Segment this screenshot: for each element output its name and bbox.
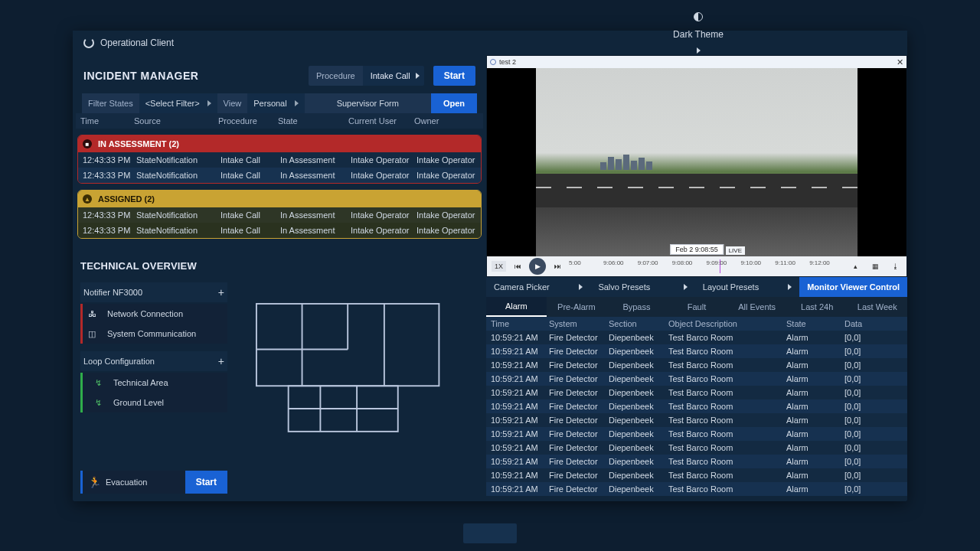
event-row[interactable]: 10:59:21 AMFire DetectorDiepenbeekTest B… xyxy=(486,455,907,468)
group-state-icon: ▲ xyxy=(83,194,92,204)
running-man-icon: 🏃 xyxy=(83,476,106,488)
event-row[interactable]: 10:59:21 AMFire DetectorDiepenbeekTest B… xyxy=(486,482,907,496)
incident-row[interactable]: 12:43:33 PMStateNotificationIntake CallI… xyxy=(78,152,481,168)
group-state-icon: ■ xyxy=(83,139,92,148)
technical-overview: TECHNICAL OVERVIEW Notifier NF3000+ 🖧Net… xyxy=(73,260,486,501)
video-window: test 2 ✕ Feb 2 9:08:55 LIVE 1X ⏮ xyxy=(486,55,907,277)
incident-table: TimeSourceProcedureStateCurrent UserOwne… xyxy=(76,113,483,239)
event-tab[interactable]: Fault xyxy=(667,297,727,317)
floorplan[interactable] xyxy=(235,260,479,494)
salvo-presets[interactable]: Salvo Presets xyxy=(590,282,694,292)
caret-right-icon xyxy=(416,73,420,79)
incident-group: ▲ASSIGNED (2)12:43:33 PMStateNotificatio… xyxy=(77,190,482,239)
zone-icon: ↯ xyxy=(90,398,106,408)
event-table: TimeSystemSectionObject DescriptionState… xyxy=(486,317,907,501)
viewer-toolbar: Camera Picker Salvo Presets Layout Prese… xyxy=(486,277,907,297)
evacuation-start-button[interactable]: Start xyxy=(185,471,227,494)
theme-icon[interactable] xyxy=(694,12,703,21)
event-row[interactable]: 10:59:21 AMFire DetectorDiepenbeekTest B… xyxy=(486,441,907,455)
event-row[interactable]: 10:59:21 AMFire DetectorDiepenbeekTest B… xyxy=(486,358,907,372)
zone-icon: ↯ xyxy=(90,378,106,388)
plus-icon: + xyxy=(218,355,224,367)
status-icon: 🖧 xyxy=(84,309,100,318)
panel-notifier[interactable]: Notifier NF3000+ xyxy=(80,282,227,302)
caret-right-icon xyxy=(788,284,792,290)
theme-label[interactable]: Dark Theme xyxy=(673,29,724,40)
evacuation-row: 🏃 Evacuation Start xyxy=(80,471,227,494)
dock-handle[interactable] xyxy=(463,523,517,543)
tech-item[interactable]: ↯Ground Level xyxy=(80,393,227,412)
event-row[interactable]: 10:59:21 AMFire DetectorDiepenbeekTest B… xyxy=(486,427,907,441)
incident-row[interactable]: 12:43:33 PMStateNotificationIntake CallI… xyxy=(78,207,481,223)
event-tab[interactable]: Pre-Alarm xyxy=(547,297,607,317)
calendar-icon[interactable]: ▦ xyxy=(868,259,882,273)
app-logo-icon xyxy=(83,37,94,48)
video-close-button[interactable]: ✕ xyxy=(897,57,903,67)
group-header[interactable]: ■IN ASSESSMENT (2) xyxy=(78,135,481,152)
skip-back-button[interactable]: ⏮ xyxy=(511,259,524,273)
main-window: Operational Client Dark Theme ─ ▢ ✕ INCI… xyxy=(73,31,907,501)
play-button[interactable]: ▶ xyxy=(529,258,546,275)
caret-right-icon xyxy=(579,284,583,290)
incident-row[interactable]: 12:43:33 PMStateNotificationIntake CallI… xyxy=(78,223,481,238)
incident-row[interactable]: 12:43:33 PMStateNotificationIntake CallI… xyxy=(78,168,481,183)
incident-group: ■IN ASSESSMENT (2)12:43:33 PMStateNotifi… xyxy=(77,135,482,184)
video-frame[interactable]: Feb 2 9:08:55 LIVE xyxy=(536,68,858,256)
plus-icon: + xyxy=(218,286,224,298)
video-timeline[interactable]: 5:009:06:009:07:009:08:009:09:009:10:009… xyxy=(569,259,844,273)
event-row[interactable]: 10:59:21 AMFire DetectorDiepenbeekTest B… xyxy=(486,386,907,399)
event-row[interactable]: 10:59:21 AMFire DetectorDiepenbeekTest B… xyxy=(486,344,907,358)
start-button[interactable]: Start xyxy=(433,66,475,86)
playback-speed[interactable]: 1X xyxy=(492,261,506,272)
incident-toolbar: Filter States <Select Filter> View Perso… xyxy=(76,93,483,113)
caret-right-icon xyxy=(207,100,211,106)
event-tabs: AlarmPre-AlarmBypassFaultAll EventsLast … xyxy=(486,297,907,317)
skip-fwd-button[interactable]: ⏭ xyxy=(550,259,564,273)
event-tab[interactable]: Last Week xyxy=(847,297,907,317)
caret-right-icon xyxy=(684,284,688,290)
video-timestamp: Feb 2 9:08:55 xyxy=(670,244,724,255)
app-title: Operational Client xyxy=(100,37,174,48)
tech-item[interactable]: ↯Technical Area xyxy=(80,373,227,393)
incident-panel: INCIDENT MANAGER Procedure Intake Call S… xyxy=(73,55,486,501)
event-row[interactable]: 10:59:21 AMFire DetectorDiepenbeekTest B… xyxy=(486,331,907,344)
event-row[interactable]: 10:59:21 AMFire DetectorDiepenbeekTest B… xyxy=(486,413,907,427)
event-tab[interactable]: All Events xyxy=(727,297,787,317)
tech-heading: TECHNICAL OVERVIEW xyxy=(80,260,227,272)
event-tab[interactable]: Bypass xyxy=(606,297,667,317)
camera-picker[interactable]: Camera Picker xyxy=(486,282,590,292)
layout-presets[interactable]: Layout Presets xyxy=(695,282,799,292)
caret-right-icon xyxy=(697,47,701,54)
view-select[interactable]: Personal xyxy=(247,93,304,113)
open-button[interactable]: Open xyxy=(431,93,477,113)
status-icon: ◫ xyxy=(84,329,100,339)
group-header[interactable]: ▲ASSIGNED (2) xyxy=(78,191,481,207)
live-badge: LIVE xyxy=(726,246,745,255)
event-row[interactable]: 10:59:21 AMFire DetectorDiepenbeekTest B… xyxy=(486,399,907,413)
tech-item[interactable]: 🖧Network Connection xyxy=(80,304,227,324)
timeline-up-icon[interactable]: ▴ xyxy=(848,259,862,273)
tech-item[interactable]: ◫System Communication xyxy=(80,324,227,344)
monitor-viewer-control[interactable]: Monitor Viewer Control xyxy=(799,277,907,297)
event-tab[interactable]: Alarm xyxy=(486,297,547,317)
supervisor-form-button[interactable]: Supervisor Form xyxy=(305,93,431,113)
video-tab-header: test 2 ✕ xyxy=(487,56,906,68)
filter-select[interactable]: <Select Filter> xyxy=(139,93,217,113)
incident-heading: INCIDENT MANAGER xyxy=(83,70,299,82)
caret-right-icon xyxy=(295,100,299,106)
panel-loop[interactable]: Loop Configuration+ xyxy=(80,351,227,371)
event-row[interactable]: 10:59:21 AMFire DetectorDiepenbeekTest B… xyxy=(486,468,907,482)
download-icon[interactable]: ⭳ xyxy=(888,259,902,273)
viewer-panel: test 2 ✕ Feb 2 9:08:55 LIVE 1X ⏮ xyxy=(486,55,907,501)
titlebar: Operational Client Dark Theme ─ ▢ ✕ xyxy=(73,31,907,55)
procedure-selector[interactable]: Procedure Intake Call xyxy=(309,66,424,86)
video-transport: 1X ⏮ ▶ ⏭ 5:009:06:009:07:009:08:009:09:0… xyxy=(487,256,906,276)
event-tab[interactable]: Last 24h xyxy=(787,297,848,317)
tab-dot-icon xyxy=(490,59,496,65)
event-row[interactable]: 10:59:21 AMFire DetectorDiepenbeekTest B… xyxy=(486,372,907,386)
